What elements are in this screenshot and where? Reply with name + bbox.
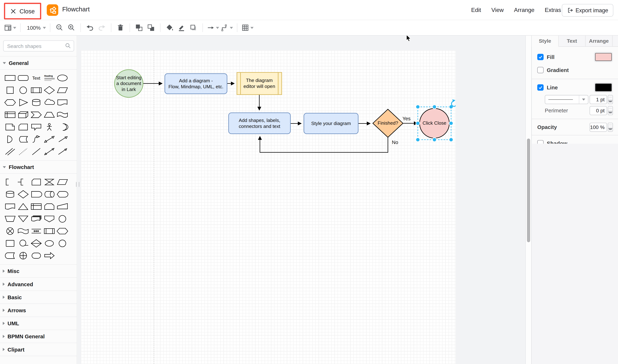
palette-shape-triangle[interactable] [17,96,30,109]
palette-shape-connector[interactable] [56,213,69,225]
selection-handle[interactable] [416,138,420,142]
sidebar-section-basic[interactable]: Basic [0,291,77,304]
palette-shape-loop-limit[interactable] [43,200,56,213]
sidebar-section-clipart[interactable]: Clipart [0,343,77,356]
grid-button[interactable] [240,22,254,33]
rotate-handle-icon[interactable] [452,101,456,106]
palette-shape-actor[interactable] [43,121,56,133]
palette-shape-summing-junction[interactable] [17,249,30,262]
opacity-stepper[interactable] [608,122,613,131]
fill-color-swatch[interactable] [595,53,612,61]
node-finished[interactable] [373,109,403,137]
palette-shape-paper-tape[interactable] [17,225,30,237]
palette-shape-process[interactable] [30,84,43,96]
palette-shape-direct-access-storage[interactable] [43,188,56,200]
view-panels-button[interactable] [3,22,17,33]
palette-shape-on-page-connector[interactable] [56,237,69,249]
sidebar-section-general[interactable]: General [0,57,77,70]
palette-shape-step[interactable] [30,108,43,121]
palette-shape-parallelogram[interactable] [56,84,69,96]
tab-style[interactable]: Style [532,36,559,47]
selection-handle[interactable] [449,121,453,125]
palette-shape-manual-operation[interactable] [56,200,69,213]
delete-button[interactable] [114,22,126,33]
palette-shape-annotation[interactable] [4,176,17,188]
palette-shape-directional-connector[interactable] [56,145,69,157]
connector-e-finished-loop[interactable] [260,137,388,153]
export-image-button[interactable]: Export image [562,4,613,17]
palette-shape-rounded-rectangle[interactable] [17,72,30,84]
palette-shape-off-page-connector[interactable] [43,213,56,225]
palette-shape-terminator-ellipse[interactable] [43,237,56,249]
fill-checkbox[interactable] [537,54,544,60]
palette-shape-or[interactable] [4,225,17,237]
palette-shape-double-line[interactable] [4,145,17,157]
sidebar-resize-handle[interactable] [76,182,79,187]
zoom-out-button[interactable] [53,22,65,33]
sidebar-section-uml[interactable]: UML [0,317,77,330]
node-style-diagram[interactable] [304,113,358,134]
selection-handle[interactable] [416,121,420,125]
perimeter-stepper[interactable] [608,106,613,115]
line-width-stepper[interactable] [608,95,613,104]
palette-shape-arrow[interactable] [56,133,69,145]
palette-shape-decision[interactable] [17,188,30,200]
search-input[interactable] [3,40,74,51]
palette-shape-bidirectional-arrow[interactable] [43,133,56,145]
palette-shape-extract[interactable] [17,200,30,213]
palette-shape-card[interactable] [17,121,30,133]
palette-shape-square[interactable] [4,84,17,96]
palette-shape-hexagon[interactable] [4,96,17,109]
palette-shape-internal-storage[interactable] [30,200,43,213]
palette-shape-display[interactable] [56,188,69,200]
palette-shape-ellipse[interactable] [56,72,69,84]
palette-shape-manual-input[interactable] [4,213,17,225]
palette-shape-delay[interactable] [30,188,43,200]
line-width-input[interactable]: 1 pt [590,95,607,104]
menu-item-arrange[interactable]: Arrange [514,7,535,13]
menu-item-view[interactable]: View [491,7,504,13]
palette-shape-cube[interactable] [17,108,30,121]
perimeter-input[interactable]: 0 pt [590,106,607,115]
waypoints-button[interactable] [220,22,234,33]
palette-shape-predefined-process[interactable] [43,225,56,237]
palette-shape-and[interactable] [4,133,17,145]
palette-shape-cloud[interactable] [43,96,56,109]
palette-shape-bidirectional-connector[interactable] [43,145,56,157]
palette-shape-parallel-mode[interactable] [30,225,43,237]
line-color-swatch[interactable] [595,84,612,91]
undo-button[interactable] [84,22,96,33]
node-click-close[interactable] [420,108,449,138]
palette-shape-curve[interactable] [30,133,43,145]
canvas-area[interactable]: YesNo Start editing a document in LarkAd… [78,36,531,364]
palette-shape-text[interactable]: Text [30,72,43,84]
palette-shape-data-storage[interactable] [17,133,30,145]
fill-color-button[interactable] [163,22,175,33]
redo-button[interactable] [96,22,108,33]
sidebar-section-advanced[interactable]: Advanced [0,278,77,291]
palette-shape-sequential-access-storage[interactable] [17,237,30,249]
shadow-button[interactable] [187,22,199,33]
zoom-level-dropdown[interactable]: 100% [24,22,47,33]
close-button[interactable]: Close [4,3,41,19]
palette-shape-transfer[interactable] [43,249,56,262]
line-checkbox[interactable] [537,84,544,91]
palette-shape-cylinder[interactable] [30,96,43,109]
line-color-button[interactable] [175,22,187,33]
palette-shape-merge[interactable] [17,213,30,225]
palette-shape-sort[interactable] [30,237,43,249]
palette-shape-note[interactable] [4,121,17,133]
palette-shape-internal-storage[interactable] [4,108,17,121]
node-start[interactable] [114,70,143,97]
to-front-button[interactable] [133,22,145,33]
line-style-dropdown[interactable] [545,95,589,104]
palette-shape-heading[interactable]: Heading [43,72,56,84]
connection-button[interactable] [206,22,220,33]
palette-shape-stored-data[interactable] [4,249,17,262]
tab-text[interactable]: Text [559,36,586,46]
palette-shape-diamond[interactable] [43,84,56,96]
selection-handle[interactable] [433,105,437,109]
palette-shape-terminator[interactable] [30,249,43,262]
palette-shape-rectangle[interactable] [4,72,17,84]
palette-shape-database[interactable] [4,188,17,200]
